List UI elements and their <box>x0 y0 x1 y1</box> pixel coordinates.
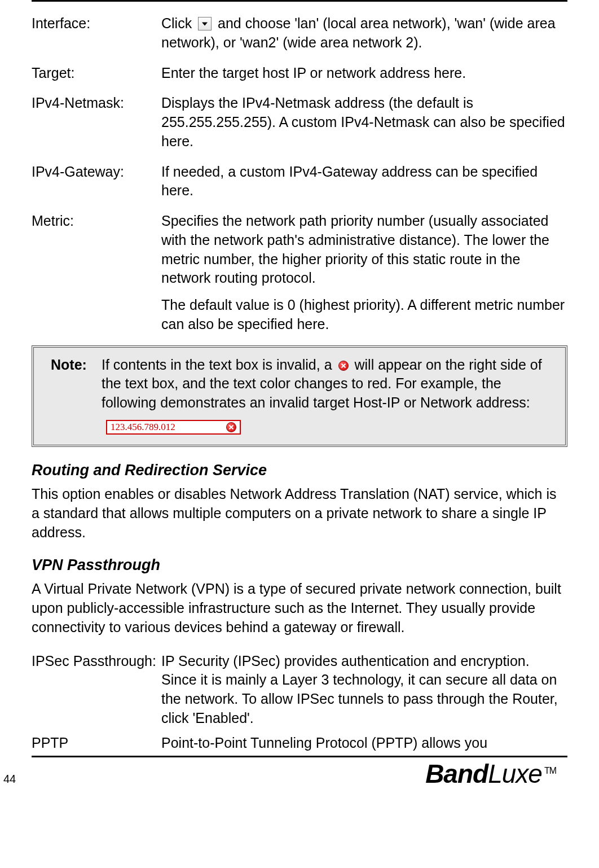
term: PPTP <box>32 734 161 753</box>
brand-part1: Band <box>425 759 488 788</box>
def-interface: Interface: Click and choose 'lan' (local… <box>32 14 567 52</box>
heading-vpn: VPN Passthrough <box>32 556 567 574</box>
note-text-pre: If contents in the text box is invalid, … <box>102 357 336 372</box>
brand-logo: BandLuxeTM <box>32 759 567 789</box>
term: Interface: <box>32 14 161 52</box>
body: Click and choose 'lan' (local area netwo… <box>161 14 567 52</box>
text: Displays the IPv4-Netmask address (the d… <box>161 94 567 151</box>
text-post: and choose 'lan' (local area network), '… <box>161 15 556 50</box>
brand-part2: Luxe <box>488 759 542 788</box>
heading-routing: Routing and Redirection Service <box>32 462 567 479</box>
term: Target: <box>32 64 161 83</box>
dropdown-icon <box>198 17 212 30</box>
body: Point-to-Point Tunneling Protocol (PPTP)… <box>161 734 567 753</box>
def-target: Target: Enter the target host IP or netw… <box>32 64 567 83</box>
body: Enter the target host IP or network addr… <box>161 64 567 83</box>
error-icon <box>338 361 349 371</box>
note-box: Note: If contents in the text box is inv… <box>32 345 567 448</box>
term: IPv4-Netmask: <box>32 94 161 151</box>
invalid-value: 123.456.789.012 <box>111 421 175 434</box>
body: Specifies the network path priority numb… <box>161 212 567 334</box>
text: If needed, a custom IPv4-Gateway address… <box>161 163 567 201</box>
body: Displays the IPv4-Netmask address (the d… <box>161 94 567 151</box>
def-ipv4-gateway: IPv4-Gateway: If needed, a custom IPv4-G… <box>32 163 567 201</box>
term: Metric: <box>32 212 161 334</box>
text: Point-to-Point Tunneling Protocol (PPTP)… <box>161 734 567 753</box>
para-vpn: A Virtual Private Network (VPN) is a typ… <box>32 580 567 637</box>
term: IPSec Passthrough: <box>32 652 161 728</box>
definition-list-1: Interface: Click and choose 'lan' (local… <box>32 14 567 334</box>
text: Enter the target host IP or network addr… <box>161 64 567 83</box>
error-icon <box>226 422 236 432</box>
def-pptp: PPTP Point-to-Point Tunneling Protocol (… <box>32 734 567 753</box>
body: If needed, a custom IPv4-Gateway address… <box>161 163 567 201</box>
invalid-input-example: 123.456.789.012 <box>106 420 241 435</box>
def-ipv4-netmask: IPv4-Netmask: Displays the IPv4-Netmask … <box>32 94 567 151</box>
text-pre: Click <box>161 15 196 31</box>
note-body: If contents in the text box is invalid, … <box>102 356 555 435</box>
footer: BandLuxeTM <box>32 756 567 789</box>
def-ipsec: IPSec Passthrough: IP Security (IPSec) p… <box>32 652 567 728</box>
trademark-icon: TM <box>544 766 556 775</box>
def-metric: Metric: Specifies the network path prior… <box>32 212 567 334</box>
text: IP Security (IPSec) provides authenticat… <box>161 652 567 728</box>
para-routing: This option enables or disables Network … <box>32 485 567 542</box>
term: IPv4-Gateway: <box>32 163 161 201</box>
definition-list-2: IPSec Passthrough: IP Security (IPSec) p… <box>32 652 567 753</box>
note-label: Note: <box>51 356 102 435</box>
body: IP Security (IPSec) provides authenticat… <box>161 652 567 728</box>
text-1: Specifies the network path priority numb… <box>161 212 567 288</box>
text-2: The default value is 0 (highest priority… <box>161 296 567 334</box>
page-number: 44 <box>3 773 16 786</box>
